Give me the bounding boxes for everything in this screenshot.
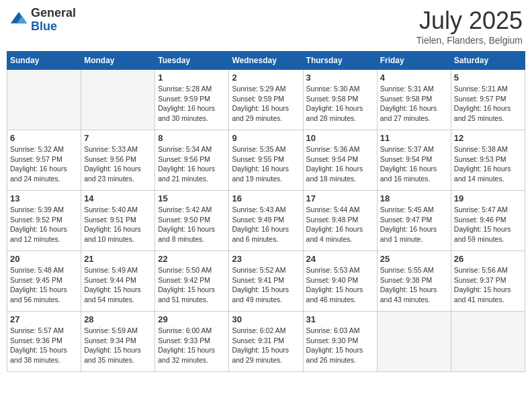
day-info: Sunrise: 5:56 AM Sunset: 9:37 PM Dayligh… [454,265,522,305]
weekday-header: Saturday [451,52,525,70]
weekday-header: Tuesday [155,52,229,70]
day-number: 29 [158,314,226,324]
day-number: 4 [380,73,448,83]
calendar-cell: 8Sunrise: 5:34 AM Sunset: 9:56 PM Daylig… [155,130,229,191]
weekday-header: Sunday [7,52,81,70]
day-number: 15 [158,193,226,203]
calendar-cell: 20Sunrise: 5:48 AM Sunset: 9:45 PM Dayli… [7,251,81,312]
calendar-cell: 13Sunrise: 5:39 AM Sunset: 9:52 PM Dayli… [7,191,81,251]
day-info: Sunrise: 5:30 AM Sunset: 9:58 PM Dayligh… [306,84,374,124]
calendar-cell [451,312,525,372]
calendar-week-row: 6Sunrise: 5:32 AM Sunset: 9:57 PM Daylig… [7,130,525,191]
day-info: Sunrise: 6:00 AM Sunset: 9:33 PM Dayligh… [158,326,226,365]
location-subtitle: Tielen, Flanders, Belgium [416,35,523,46]
day-number: 28 [84,314,152,324]
day-number: 16 [232,193,300,203]
day-info: Sunrise: 5:31 AM Sunset: 9:57 PM Dayligh… [454,84,522,124]
logo-blue: Blue [31,20,76,34]
logo-icon [9,11,28,30]
day-number: 3 [306,73,374,83]
day-number: 24 [306,254,374,264]
logo-general: General [31,7,76,20]
day-info: Sunrise: 5:34 AM Sunset: 9:56 PM Dayligh… [158,144,226,184]
day-number: 26 [454,254,522,264]
day-info: Sunrise: 5:59 AM Sunset: 9:34 PM Dayligh… [84,326,152,365]
day-number: 23 [232,254,300,264]
calendar-cell: 2Sunrise: 5:29 AM Sunset: 9:59 PM Daylig… [229,70,303,130]
calendar-cell: 14Sunrise: 5:40 AM Sunset: 9:51 PM Dayli… [81,191,155,251]
calendar-cell: 29Sunrise: 6:00 AM Sunset: 9:33 PM Dayli… [155,312,229,372]
day-info: Sunrise: 5:42 AM Sunset: 9:50 PM Dayligh… [158,205,226,244]
day-info: Sunrise: 5:29 AM Sunset: 9:59 PM Dayligh… [232,84,300,124]
page-header: General Blue July 2025 Tielen, Flanders,… [7,7,525,46]
day-number: 20 [10,254,78,264]
calendar-week-row: 27Sunrise: 5:57 AM Sunset: 9:36 PM Dayli… [7,312,525,372]
day-info: Sunrise: 5:45 AM Sunset: 9:47 PM Dayligh… [380,205,448,244]
calendar-cell: 19Sunrise: 5:47 AM Sunset: 9:46 PM Dayli… [451,191,525,251]
day-number: 13 [10,193,78,203]
day-info: Sunrise: 5:52 AM Sunset: 9:41 PM Dayligh… [232,265,300,305]
day-info: Sunrise: 5:55 AM Sunset: 9:38 PM Dayligh… [380,265,448,305]
day-info: Sunrise: 5:36 AM Sunset: 9:54 PM Dayligh… [306,144,374,184]
calendar-table: SundayMondayTuesdayWednesdayThursdayFrid… [7,51,525,372]
calendar-cell [377,312,451,372]
title-block: July 2025 Tielen, Flanders, Belgium [416,7,523,46]
day-info: Sunrise: 5:53 AM Sunset: 9:40 PM Dayligh… [306,265,374,305]
day-number: 31 [306,314,374,324]
calendar-cell: 25Sunrise: 5:55 AM Sunset: 9:38 PM Dayli… [377,251,451,312]
day-number: 21 [84,254,152,264]
day-number: 25 [380,254,448,264]
day-number: 8 [158,133,226,143]
calendar-cell: 5Sunrise: 5:31 AM Sunset: 9:57 PM Daylig… [451,70,525,130]
calendar-cell: 12Sunrise: 5:38 AM Sunset: 9:53 PM Dayli… [451,130,525,191]
day-info: Sunrise: 5:43 AM Sunset: 9:49 PM Dayligh… [232,205,300,244]
calendar-cell [7,70,81,130]
day-info: Sunrise: 5:50 AM Sunset: 9:42 PM Dayligh… [158,265,226,305]
calendar-cell: 3Sunrise: 5:30 AM Sunset: 9:58 PM Daylig… [303,70,377,130]
day-number: 18 [380,193,448,203]
day-number: 2 [232,73,300,83]
day-info: Sunrise: 5:44 AM Sunset: 9:48 PM Dayligh… [306,205,374,244]
day-number: 19 [454,193,522,203]
day-info: Sunrise: 5:49 AM Sunset: 9:44 PM Dayligh… [84,265,152,305]
calendar-cell: 28Sunrise: 5:59 AM Sunset: 9:34 PM Dayli… [81,312,155,372]
calendar-week-row: 20Sunrise: 5:48 AM Sunset: 9:45 PM Dayli… [7,251,525,312]
calendar-cell: 27Sunrise: 5:57 AM Sunset: 9:36 PM Dayli… [7,312,81,372]
day-info: Sunrise: 5:38 AM Sunset: 9:53 PM Dayligh… [454,144,522,184]
calendar-cell: 26Sunrise: 5:56 AM Sunset: 9:37 PM Dayli… [451,251,525,312]
day-number: 12 [454,133,522,143]
day-info: Sunrise: 5:37 AM Sunset: 9:54 PM Dayligh… [380,144,448,184]
day-info: Sunrise: 6:02 AM Sunset: 9:31 PM Dayligh… [232,326,300,365]
weekday-header: Friday [377,52,451,70]
day-number: 5 [454,73,522,83]
day-info: Sunrise: 5:32 AM Sunset: 9:57 PM Dayligh… [10,144,78,184]
weekday-header: Monday [81,52,155,70]
calendar-cell: 10Sunrise: 5:36 AM Sunset: 9:54 PM Dayli… [303,130,377,191]
day-number: 17 [306,193,374,203]
day-number: 10 [306,133,374,143]
calendar-week-row: 1Sunrise: 5:28 AM Sunset: 9:59 PM Daylig… [7,70,525,130]
calendar-cell: 18Sunrise: 5:45 AM Sunset: 9:47 PM Dayli… [377,191,451,251]
weekday-header-row: SundayMondayTuesdayWednesdayThursdayFrid… [7,52,525,70]
day-number: 6 [10,133,78,143]
day-number: 7 [84,133,152,143]
day-info: Sunrise: 5:31 AM Sunset: 9:58 PM Dayligh… [380,84,448,124]
day-number: 1 [158,73,226,83]
day-info: Sunrise: 5:35 AM Sunset: 9:55 PM Dayligh… [232,144,300,184]
day-info: Sunrise: 5:39 AM Sunset: 9:52 PM Dayligh… [10,205,78,244]
weekday-header: Thursday [303,52,377,70]
day-info: Sunrise: 5:57 AM Sunset: 9:36 PM Dayligh… [10,326,78,365]
calendar-cell: 24Sunrise: 5:53 AM Sunset: 9:40 PM Dayli… [303,251,377,312]
calendar-cell: 9Sunrise: 5:35 AM Sunset: 9:55 PM Daylig… [229,130,303,191]
month-title: July 2025 [416,7,523,35]
calendar-week-row: 13Sunrise: 5:39 AM Sunset: 9:52 PM Dayli… [7,191,525,251]
calendar-cell: 21Sunrise: 5:49 AM Sunset: 9:44 PM Dayli… [81,251,155,312]
day-number: 11 [380,133,448,143]
logo: General Blue [9,7,76,34]
calendar-cell: 1Sunrise: 5:28 AM Sunset: 9:59 PM Daylig… [155,70,229,130]
weekday-header: Wednesday [229,52,303,70]
day-number: 27 [10,314,78,324]
day-number: 9 [232,133,300,143]
day-info: Sunrise: 6:03 AM Sunset: 9:30 PM Dayligh… [306,326,374,365]
calendar-cell: 30Sunrise: 6:02 AM Sunset: 9:31 PM Dayli… [229,312,303,372]
